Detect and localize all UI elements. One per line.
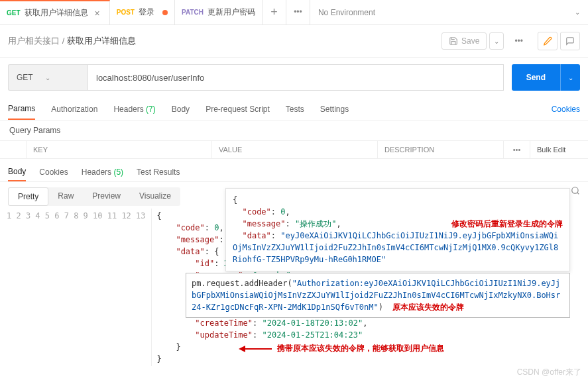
url-input[interactable]: localhost:8080/user/userInfo <box>88 64 504 91</box>
tab-headers[interactable]: Headers (7) <box>113 99 155 119</box>
method-dropdown[interactable]: GET ⌄ <box>8 64 88 91</box>
tab-settings[interactable]: Settings <box>320 99 349 119</box>
more-actions-button[interactable]: ••• <box>509 33 528 49</box>
view-raw[interactable]: Raw <box>48 187 83 206</box>
col-more[interactable]: ••• <box>504 141 530 158</box>
method-badge: POST <box>117 9 135 16</box>
tab-prerequest[interactable]: Pre-request Script <box>206 99 270 119</box>
breadcrumb-parent[interactable]: 用户相关接口 <box>8 36 60 46</box>
tab-post-login[interactable]: POST 登录 <box>110 0 175 24</box>
tab-resp-tests[interactable]: Test Results <box>137 164 180 181</box>
col-value: VALUE <box>212 141 378 158</box>
save-button[interactable]: Save <box>441 32 487 50</box>
method-badge: PATCH <box>182 9 204 16</box>
header-overlay-old: pm.request.addHeader("Authorization:eyJ0… <box>186 273 570 318</box>
col-key: KEY <box>27 141 212 158</box>
headers-count: (7) <box>146 105 156 114</box>
search-icon <box>571 186 580 195</box>
save-label: Save <box>461 36 479 46</box>
request-header-row: 用户相关接口 / 获取用户详细信息 Save ⌄ ••• <box>0 25 588 58</box>
query-params-header: KEY VALUE DESCRIPTION ••• Bulk Edit <box>0 140 588 159</box>
tab-title: 获取用户详细信息 <box>25 7 88 19</box>
resp-headers-count: (5) <box>113 167 123 177</box>
request-subtabs: Params Authorization Headers (7) Body Pr… <box>0 97 588 120</box>
annotation-text: 携带原本应该失效的令牌，能够获取到用户信息 <box>277 343 444 354</box>
view-pretty[interactable]: Pretty <box>8 187 48 206</box>
save-icon <box>449 36 458 46</box>
response-view-tabs: Pretty Raw Preview Visualize <box>8 187 180 206</box>
tab-patch-password[interactable]: PATCH 更新用户密码 <box>175 0 263 24</box>
tab-get-userinfo[interactable]: GET 获取用户详细信息 × <box>0 0 110 24</box>
send-button[interactable]: Send <box>512 64 560 91</box>
save-dropdown[interactable]: ⌄ <box>489 32 504 50</box>
svg-marker-3 <box>239 346 245 352</box>
svg-point-0 <box>572 187 578 193</box>
cookies-link[interactable]: Cookies <box>552 105 580 114</box>
edit-button[interactable] <box>538 32 558 50</box>
tab-body[interactable]: Body <box>172 99 190 119</box>
tab-params[interactable]: Params <box>8 99 35 120</box>
comment-button[interactable] <box>560 32 580 50</box>
add-tab-button[interactable]: + <box>263 0 286 24</box>
col-description: DESCRIPTION <box>378 141 504 158</box>
request-tabs-bar: GET 获取用户详细信息 × POST 登录 PATCH 更新用户密码 + ••… <box>0 0 588 25</box>
chevron-down-icon: ⌄ <box>494 38 499 45</box>
send-dropdown[interactable]: ⌄ <box>560 64 580 91</box>
tabs-overflow-button[interactable]: ••• <box>286 0 310 24</box>
watermark: CSDN @offer来了 <box>517 367 581 378</box>
response-tabs: Body Cookies Headers (5) Test Results <box>0 159 588 182</box>
tab-resp-headers[interactable]: Headers (5) <box>82 164 123 181</box>
token-overlay-new: { "code": 0, "message": "操作成功",修改密码后重新登录… <box>225 188 570 271</box>
search-response-button[interactable] <box>571 186 580 197</box>
tab-authorization[interactable]: Authorization <box>51 99 97 119</box>
bulk-edit-button[interactable]: Bulk Edit <box>530 141 572 158</box>
arrow-icon <box>239 344 272 354</box>
tab-title: 更新用户密码 <box>207 7 255 18</box>
annotation-expired-token: 原本应该失效的令牌 <box>392 303 464 312</box>
line-gutter: 1 2 3 4 5 6 7 8 9 10 11 12 13 <box>0 209 152 366</box>
tab-resp-cookies[interactable]: Cookies <box>39 164 68 181</box>
tab-resp-body[interactable]: Body <box>8 163 26 181</box>
method-badge: GET <box>7 9 21 17</box>
view-visualize[interactable]: Visualize <box>130 187 180 206</box>
view-preview[interactable]: Preview <box>83 187 130 206</box>
query-params-title: Query Params <box>0 120 588 140</box>
close-icon[interactable]: × <box>92 8 103 19</box>
comment-icon <box>565 36 575 46</box>
chevron-down-icon: ⌄ <box>575 9 580 16</box>
arrow-annotation: 携带原本应该失效的令牌，能够获取到用户信息 <box>239 343 444 354</box>
environment-label: No Environment <box>318 8 375 17</box>
tab-title: 登录 <box>139 7 154 18</box>
breadcrumb-current: 获取用户详细信息 <box>67 36 136 46</box>
environment-selector[interactable]: No Environment ⌄ <box>310 8 588 17</box>
chevron-down-icon: ⌄ <box>45 74 50 81</box>
url-row: GET ⌄ localhost:8080/user/userInfo Send … <box>0 58 588 97</box>
annotation-new-token: 修改密码后重新登录生成的令牌 <box>451 218 563 230</box>
pencil-icon <box>543 36 552 46</box>
method-value: GET <box>17 73 33 82</box>
svg-line-1 <box>577 193 579 195</box>
tab-tests[interactable]: Tests <box>286 99 304 119</box>
breadcrumb: 用户相关接口 / 获取用户详细信息 <box>8 35 136 47</box>
chevron-down-icon: ⌄ <box>568 74 573 81</box>
modified-indicator-icon <box>162 10 168 15</box>
